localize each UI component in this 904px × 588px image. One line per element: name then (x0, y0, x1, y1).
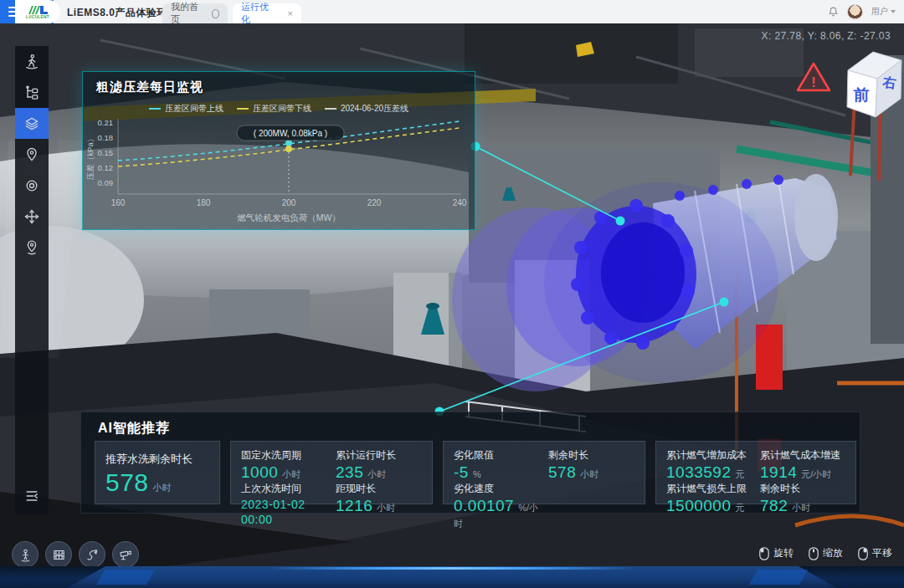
svg-text:右: 右 (881, 74, 897, 90)
metric: 剩余时长 578小时 (548, 448, 634, 482)
svg-text:前: 前 (854, 86, 870, 104)
person-icon (18, 548, 33, 562)
sidebar-collapse-button[interactable] (15, 480, 49, 511)
person-pin-icon (23, 146, 40, 163)
metric: 剩余时长 782小时 (760, 482, 845, 515)
svg-text:0.21: 0.21 (98, 118, 114, 127)
bell-icon[interactable] (828, 6, 839, 18)
top-bar: LUCULENT LiEMS8.0产品体验环境 我的首页 运行优化 × 用户 (0, 0, 904, 23)
chart-legend: 压差区间带上线 压差区间带下线 2024-06-20压差线 (83, 103, 475, 115)
user-avatar[interactable] (847, 4, 863, 20)
metric: 劣化速度 0.00107%/小时 (454, 482, 540, 530)
pan-control[interactable]: 平移 (858, 546, 892, 560)
svg-text:160: 160 (111, 198, 126, 207)
refresh-icon[interactable] (212, 9, 219, 18)
app-window: ! 前 右 LUCULENT LiEMS8.0产品体验环境 我的首页 (0, 0, 904, 588)
metric: 固定水洗周期 1000小时 (241, 448, 327, 482)
target-icon (23, 177, 40, 194)
legend-today-line: 2024-06-20压差线 (325, 103, 408, 115)
legend-lower-band: 压差区间带下线 (237, 103, 311, 115)
card-degradation: 劣化限值 -5% 剩余时长 578小时 劣化速度 0.00107%/小时 (443, 441, 645, 504)
close-tab-icon[interactable]: × (288, 8, 293, 18)
sidebar-item-mark-location[interactable] (15, 232, 49, 263)
viewer-toolbar (15, 46, 49, 514)
svg-text:180: 180 (197, 198, 211, 207)
collapse-menu-icon (23, 488, 40, 504)
ai-recommendation-panel: AI智能推荐 推荐水洗剩余时长 578小时 固定水洗周期 1000小时 累计运行… (80, 412, 860, 514)
metric: 累计燃气损失上限 1500000元 (666, 482, 752, 515)
card-gas-cost: 累计燃气增加成本 1033592元 累计燃气成本增速 1914元/小时 累计燃气… (655, 441, 856, 504)
metric-value: 578 (105, 468, 149, 496)
sidebar-item-roam[interactable] (15, 46, 49, 77)
metric-empty (548, 482, 634, 530)
camera-icon (119, 548, 133, 562)
sidebar-item-model-tree[interactable] (15, 77, 49, 108)
svg-text:0.18: 0.18 (98, 133, 114, 142)
brand-logo: LUCULENT (15, 0, 60, 23)
ai-panel-title: AI智能推荐 (98, 420, 170, 437)
fence-icon (52, 548, 66, 562)
app-title: LiEMS8.0产品体验环境 (67, 6, 177, 20)
tab-active-label: 运行优化 (241, 1, 276, 26)
route-icon (85, 548, 100, 562)
y-axis-label: 压差（kPa） (85, 135, 95, 180)
tree-list-icon (23, 84, 40, 101)
svg-text:240: 240 (453, 198, 467, 207)
card-wash-cycle: 固定水洗周期 1000小时 累计运行时长 235小时 上次水洗时间 2023-0… (230, 441, 433, 504)
sidebar-item-locate-person[interactable] (15, 139, 49, 170)
zoom-control[interactable]: 缩放 (809, 546, 843, 560)
sidebar-item-layers[interactable] (15, 108, 49, 139)
legend-upper-band: 压差区间带上线 (149, 103, 223, 115)
roam-path-button[interactable] (79, 541, 105, 568)
legend-swatch-yellow (237, 108, 249, 110)
brand-wordmark: LUCULENT (26, 16, 49, 19)
svg-text:!: ! (811, 75, 815, 89)
tab-home-label: 我的首页 (171, 1, 200, 26)
zoom-label: 缩放 (823, 546, 843, 560)
walking-person-icon (23, 54, 40, 70)
svg-text:0.09: 0.09 (98, 178, 114, 187)
camera-coordinates: X: 27.78, Y: 8.06, Z: -27.03 (762, 30, 891, 42)
map-pin-icon (23, 239, 40, 256)
user-name-label: 用户 (871, 6, 888, 18)
legend-swatch-grey (325, 108, 336, 110)
metric: 劣化限值 -5% (454, 448, 540, 482)
fence-area-button[interactable] (45, 541, 72, 568)
tab-operation-optimization[interactable]: 运行优化 × (233, 3, 301, 23)
mouse-left-button-icon (759, 547, 769, 560)
rotate-label: 旋转 (773, 546, 794, 560)
luculent-logo-icon (27, 4, 49, 16)
sidebar-item-focus[interactable] (15, 170, 49, 201)
metric: 累计燃气成本增速 1914元/小时 (760, 448, 845, 482)
svg-text:0.15: 0.15 (98, 148, 114, 157)
chevron-down-icon (891, 10, 896, 13)
rotate-control[interactable]: 旋转 (759, 546, 794, 560)
metric: 累计燃气增加成本 1033592元 (666, 448, 752, 482)
svg-text:220: 220 (367, 198, 382, 207)
line-chart: 0.21 0.18 0.15 0.12 0.09 160 180 200 220… (83, 114, 476, 229)
card-recommended-wash-remaining: 推荐水洗剩余时长 578小时 (95, 441, 220, 504)
tab-home[interactable]: 我的首页 (162, 3, 228, 23)
hover-point-lower (285, 146, 292, 152)
chart-title: 粗滤压差每日监视 (96, 79, 203, 95)
mouse-right-button-icon (858, 547, 868, 560)
first-person-button[interactable] (12, 541, 39, 568)
svg-text:200: 200 (282, 198, 296, 207)
pressure-diff-chart-panel: 粗滤压差每日监视 压差区间带上线 压差区间带下线 2024-06-20压差线 0… (82, 71, 475, 230)
scene-mode-buttons (12, 541, 139, 568)
tooltip-text: ( 200MW, 0.08kPa ) (254, 129, 327, 138)
metric: 上次水洗时间 2023-01-02 00:00 (241, 482, 327, 527)
cctv-camera-button[interactable] (112, 541, 139, 568)
svg-text:0.12: 0.12 (98, 163, 114, 172)
sidebar-item-move[interactable] (15, 201, 49, 232)
mouse-wheel-icon (809, 547, 819, 560)
metric: 距现时长 1216小时 (336, 482, 422, 527)
pan-label: 平移 (872, 546, 892, 560)
user-menu[interactable]: 用户 (871, 6, 896, 18)
legend-swatch-cyan (149, 108, 161, 110)
footer-hud-bar (0, 566, 904, 588)
mouse-controls-legend: 旋转 缩放 平移 (759, 546, 892, 560)
metric: 累计运行时长 235小时 (336, 448, 422, 482)
x-axis-label: 燃气轮机发电负荷（MW） (237, 212, 341, 222)
layers-icon (23, 115, 40, 132)
